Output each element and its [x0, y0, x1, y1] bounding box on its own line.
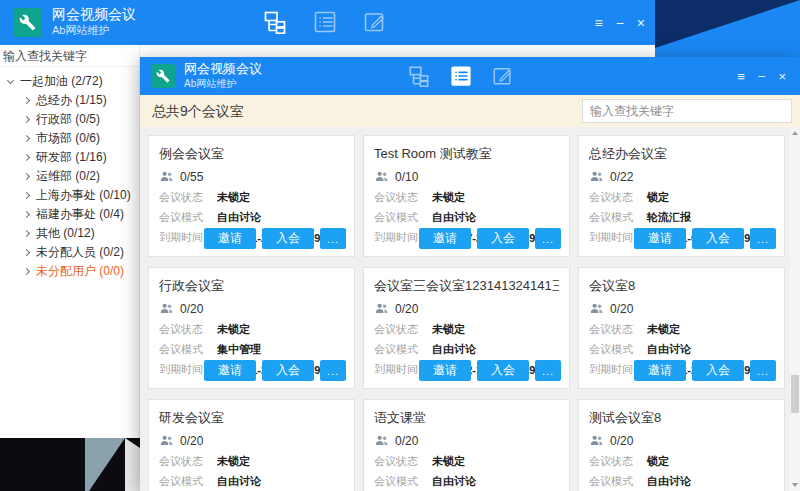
- join-button[interactable]: 入会: [477, 360, 529, 381]
- tree-item[interactable]: 一起加油 (2/72): [0, 72, 139, 91]
- invite-button[interactable]: 邀请: [634, 360, 686, 381]
- meeting-status-label: 会议状态: [374, 454, 432, 469]
- meeting-mode-label: 会议模式: [589, 210, 647, 225]
- minimize-button[interactable]: −: [758, 69, 766, 84]
- tree-item[interactable]: 未分配人员 (0/2): [0, 243, 139, 262]
- room-card: 行政会议室 0/20 会议状态 未锁定 会议模式 集中管理 到期时间 2023-…: [148, 267, 355, 389]
- scrollbar-thumb[interactable]: [791, 375, 799, 413]
- invite-button[interactable]: 邀请: [204, 360, 256, 381]
- room-name: 行政会议室: [159, 277, 344, 295]
- more-button[interactable]: ...: [535, 228, 561, 249]
- screen: 网会视频会议 Ab网站维护 ≡ − × 一起加油: [0, 0, 800, 491]
- tree-item[interactable]: 总经办 (1/15): [0, 91, 139, 110]
- meeting-mode-value: 自由讨论: [217, 474, 261, 489]
- attendees-icon: [589, 169, 604, 184]
- meeting-status-label: 会议状态: [589, 454, 647, 469]
- join-button[interactable]: 入会: [262, 228, 314, 249]
- tree-item[interactable]: 研发部 (1/16): [0, 148, 139, 167]
- attendee-count: 0/20: [610, 302, 633, 316]
- more-button[interactable]: ...: [320, 360, 346, 381]
- meeting-mode-value: 集中管理: [217, 342, 261, 357]
- org-tree-icon[interactable]: [263, 10, 287, 34]
- room-name: 例会会议室: [159, 145, 344, 163]
- menu-button[interactable]: ≡: [594, 15, 602, 31]
- app-title: 网会视频会议: [52, 6, 136, 23]
- room-card: Test Room 测试教室 0/10 会议状态 未锁定 会议模式 自由讨论 到…: [363, 135, 570, 257]
- meeting-mode-value: 自由讨论: [217, 210, 261, 225]
- tree-item[interactable]: 其他 (0/12): [0, 224, 139, 243]
- sidebar-tree: 一起加油 (2/72) 总经办 (1/15) 行政部 (0/5) 市场部 (0/…: [0, 67, 139, 281]
- chevron-right-icon: [23, 116, 30, 123]
- chevron-down-icon: [7, 77, 14, 84]
- meeting-mode-value: 自由讨论: [432, 342, 476, 357]
- join-button[interactable]: 入会: [692, 360, 744, 381]
- tree-item[interactable]: 运维部 (0/2): [0, 167, 139, 186]
- chevron-right-icon: [23, 268, 30, 275]
- chevron-right-icon: [23, 97, 30, 104]
- meeting-status-value: 锁定: [647, 190, 669, 205]
- tree-item[interactable]: 上海办事处 (0/10): [0, 186, 139, 205]
- join-button[interactable]: 入会: [262, 360, 314, 381]
- meeting-list-icon[interactable]: [450, 65, 472, 87]
- more-button[interactable]: ...: [535, 360, 561, 381]
- meeting-list-icon[interactable]: [313, 10, 337, 34]
- front-titlebar[interactable]: 网会视频会议 Ab网站维护 ≡ − ×: [140, 57, 800, 95]
- room-card: 研发会议室 0/20 会议状态 未锁定 会议模式 自由讨论 到期时间 2022-…: [148, 399, 355, 491]
- attendees-icon: [374, 301, 389, 316]
- edit-icon[interactable]: [363, 10, 387, 34]
- meeting-status-value: 未锁定: [647, 322, 680, 337]
- room-card: 语文课堂 0/20 会议状态 未锁定 会议模式 自由讨论 到期时间 2022-0…: [363, 399, 570, 491]
- minimize-button[interactable]: −: [616, 15, 624, 31]
- tree-item[interactable]: 福建办事处 (0/4): [0, 205, 139, 224]
- room-name: 总经办会议室: [589, 145, 774, 163]
- tree-item-label: 行政部 (0/5): [36, 111, 100, 128]
- invite-button[interactable]: 邀请: [634, 228, 686, 249]
- join-button[interactable]: 入会: [477, 228, 529, 249]
- room-card: 会议室三会议室123141324141三会... 0/20 会议状态 未锁定 会…: [363, 267, 570, 389]
- scroll-up-icon[interactable]: [792, 131, 798, 135]
- edit-icon[interactable]: [492, 65, 514, 87]
- meeting-status-label: 会议状态: [159, 190, 217, 205]
- menu-button[interactable]: ≡: [737, 69, 745, 84]
- close-button[interactable]: ×: [637, 15, 645, 31]
- tree-item[interactable]: 市场部 (0/6): [0, 129, 139, 148]
- tree-item-label: 市场部 (0/6): [36, 130, 100, 147]
- join-button[interactable]: 入会: [692, 228, 744, 249]
- meeting-status-label: 会议状态: [589, 322, 647, 337]
- background-titlebar[interactable]: 网会视频会议 Ab网站维护 ≡ − ×: [0, 0, 655, 45]
- tree-item[interactable]: 行政部 (0/5): [0, 110, 139, 129]
- meeting-mode-label: 会议模式: [159, 342, 217, 357]
- vertical-scrollbar[interactable]: [790, 127, 800, 491]
- attendees-icon: [159, 301, 174, 316]
- invite-button[interactable]: 邀请: [204, 228, 256, 249]
- more-button[interactable]: ...: [750, 360, 776, 381]
- sidebar-search-input[interactable]: [0, 45, 139, 67]
- room-search-input[interactable]: [582, 99, 792, 123]
- meeting-status-value: 未锁定: [432, 322, 465, 337]
- meeting-mode-label: 会议模式: [374, 342, 432, 357]
- scroll-down-icon[interactable]: [792, 483, 798, 487]
- attendee-count: 0/20: [610, 434, 633, 448]
- tree-item-label: 上海办事处 (0/10): [36, 187, 131, 204]
- room-card: 例会会议室 0/55 会议状态 未锁定 会议模式 自由讨论 到期时间 2028-…: [148, 135, 355, 257]
- room-name: 测试会议室8: [589, 409, 774, 427]
- meeting-mode-label: 会议模式: [374, 474, 432, 489]
- meeting-status-value: 未锁定: [217, 322, 250, 337]
- summary-bar: 总共9个会议室: [140, 95, 800, 127]
- chevron-right-icon: [23, 135, 30, 142]
- more-button[interactable]: ...: [320, 228, 346, 249]
- meeting-mode-label: 会议模式: [159, 474, 217, 489]
- attendee-count: 0/20: [180, 302, 203, 316]
- org-tree-icon[interactable]: [408, 65, 430, 87]
- close-button[interactable]: ×: [778, 69, 786, 84]
- app-subtitle: Ab网站维护: [52, 23, 136, 37]
- attendee-count: 0/55: [180, 170, 203, 184]
- attendees-icon: [374, 169, 389, 184]
- invite-button[interactable]: 邀请: [419, 228, 471, 249]
- room-card: 测试会议室8 0/20 会议状态 锁定 会议模式 自由讨论 到期时间 2021-…: [578, 399, 785, 491]
- meeting-status-label: 会议状态: [374, 322, 432, 337]
- more-button[interactable]: ...: [750, 228, 776, 249]
- attendee-count: 0/22: [610, 170, 633, 184]
- invite-button[interactable]: 邀请: [419, 360, 471, 381]
- tree-item[interactable]: 未分配用户 (0/0): [0, 262, 139, 281]
